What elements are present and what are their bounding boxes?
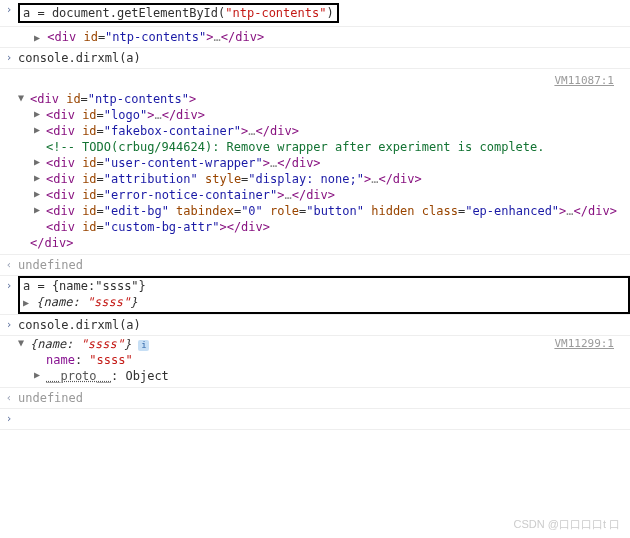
expand-triangle[interactable] — [18, 337, 30, 348]
input-marker: › — [0, 2, 18, 24]
dom-child[interactable]: <div id="logo">…</div> — [18, 107, 622, 123]
expand-triangle[interactable] — [34, 124, 46, 135]
input-content: a = document.getElementById("ntp-content… — [18, 2, 630, 24]
console-output-object: VM11299:1 {name: "ssss"} i name: "ssss" … — [0, 335, 630, 387]
object-head[interactable]: {name: "ssss"} i — [18, 336, 622, 352]
undefined-value: undefined — [18, 390, 630, 406]
dom-child[interactable]: <div id="edit-bg" tabindex="0" role="but… — [18, 203, 622, 219]
dom-comment[interactable]: <!-- TODO(crbug/944624): Remove wrapper … — [18, 139, 622, 155]
console-output-element[interactable]: <div id="ntp-contents">…</div> — [0, 26, 630, 47]
console-prompt[interactable]: › — [0, 408, 630, 430]
highlighted-block: a = {name:"ssss"} {name: "ssss"} — [18, 276, 630, 314]
output-marker — [0, 338, 18, 385]
console-input-dirxml-1[interactable]: › console.dirxml(a) — [0, 47, 630, 68]
dom-tree: VM11087:1 <div id="ntp-contents"> <div i… — [18, 71, 630, 252]
dom-root-close: </div> — [18, 235, 622, 251]
dom-child[interactable]: <div id="error-notice-container">…</div> — [18, 187, 622, 203]
undefined-value: undefined — [18, 257, 630, 273]
expand-triangle[interactable] — [34, 188, 46, 199]
dom-child[interactable]: <div id="fakebox-container">…</div> — [18, 123, 622, 139]
input-content: console.dirxml(a) — [18, 50, 630, 66]
expand-triangle[interactable] — [34, 172, 46, 183]
result-element[interactable]: <div id="ntp-contents">…</div> — [18, 29, 630, 45]
expand-triangle[interactable] — [34, 156, 46, 167]
output-marker: › — [0, 257, 18, 273]
watermark: CSDN @口口口口t 口 — [513, 517, 620, 532]
dom-children: <div id="logo">…</div><div id="fakebox-c… — [18, 107, 622, 235]
output-marker — [0, 29, 18, 45]
console-output-undefined-1: › undefined — [0, 254, 630, 275]
expand-triangle[interactable] — [34, 108, 46, 119]
console-output-undefined-2: › undefined — [0, 387, 630, 408]
console-input-getelementbyid[interactable]: › a = document.getElementById("ntp-conte… — [0, 0, 630, 26]
highlighted-code: a = document.getElementById("ntp-content… — [18, 3, 339, 23]
object-prop-name[interactable]: name: "ssss" — [18, 352, 622, 368]
dom-child[interactable]: <div id="custom-bg-attr"></div> — [18, 219, 622, 235]
console-input-object-assign[interactable]: › a = {name:"ssss"} {name: "ssss"} — [0, 275, 630, 314]
console-input-dirxml-2[interactable]: › console.dirxml(a) — [0, 314, 630, 335]
expand-triangle[interactable] — [34, 204, 46, 215]
console-output-domtree: VM11087:1 <div id="ntp-contents"> <div i… — [0, 68, 630, 254]
input-content: console.dirxml(a) — [18, 317, 630, 333]
object-proto[interactable]: __proto__: Object — [18, 368, 622, 384]
object-tree: VM11299:1 {name: "ssss"} i name: "ssss" … — [18, 338, 630, 385]
dom-child[interactable]: <div id="attribution" style="display: no… — [18, 171, 622, 187]
expand-triangle[interactable] — [34, 32, 40, 43]
expand-triangle[interactable] — [23, 297, 29, 308]
input-marker: › — [0, 276, 18, 314]
source-link-1[interactable]: VM11087:1 — [18, 72, 622, 91]
dom-root-open[interactable]: <div id="ntp-contents"> — [18, 91, 622, 107]
output-marker — [0, 71, 18, 252]
prompt-area[interactable] — [18, 411, 630, 427]
expand-triangle[interactable] — [34, 369, 46, 380]
expand-triangle[interactable] — [18, 92, 30, 103]
dom-child[interactable]: <div id="user-content-wrapper">…</div> — [18, 155, 622, 171]
output-marker: › — [0, 390, 18, 406]
input-marker: › — [0, 317, 18, 333]
info-icon[interactable]: i — [138, 340, 149, 351]
input-marker: › — [0, 50, 18, 66]
input-marker: › — [0, 411, 18, 427]
